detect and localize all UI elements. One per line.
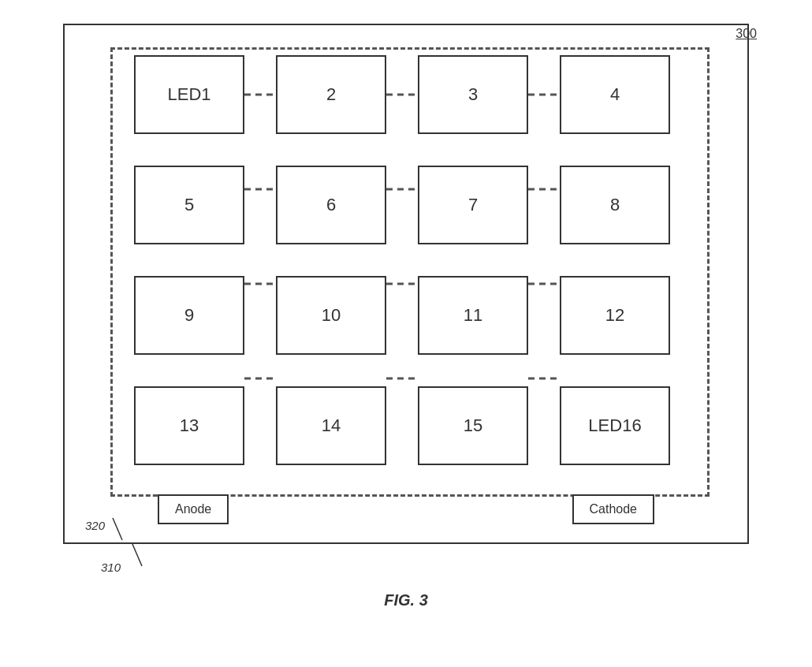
led-cell-5: 5	[134, 166, 244, 244]
led-cell-10: 10	[276, 276, 386, 355]
led-cell-11: 11	[418, 276, 528, 355]
cathode-terminal: Cathode	[572, 494, 655, 524]
led-cell-12: 12	[560, 276, 670, 355]
page-container: 300 LED1 2 3 4 5 6 7 8 9 10 11 12 13 14 …	[0, 0, 812, 667]
diagram-area: 300 LED1 2 3 4 5 6 7 8 9 10 11 12 13 14 …	[63, 24, 749, 576]
led-cell-15: 15	[418, 386, 528, 465]
led-cell-7: 7	[418, 166, 528, 244]
led-cell-9: 9	[134, 276, 244, 355]
figure-caption: FIG. 3	[384, 591, 428, 609]
led-cell-3: 3	[418, 55, 528, 134]
terminal-area: Anode Cathode	[63, 494, 749, 524]
svg-text:310: 310	[101, 561, 121, 574]
led-cell-13: 13	[134, 386, 244, 465]
anode-terminal: Anode	[158, 494, 229, 524]
led-cell-16: LED16	[560, 386, 670, 465]
led-cell-4: 4	[560, 55, 670, 134]
led-cell-14: 14	[276, 386, 386, 465]
ref-300: 300	[736, 27, 757, 41]
led-cell-1: LED1	[134, 55, 244, 134]
led-cell-6: 6	[276, 166, 386, 244]
led-grid: LED1 2 3 4 5 6 7 8 9 10 11 12 13 14 15 L…	[134, 55, 678, 481]
led-cell-2: 2	[276, 55, 386, 134]
led-cell-8: 8	[560, 166, 670, 244]
